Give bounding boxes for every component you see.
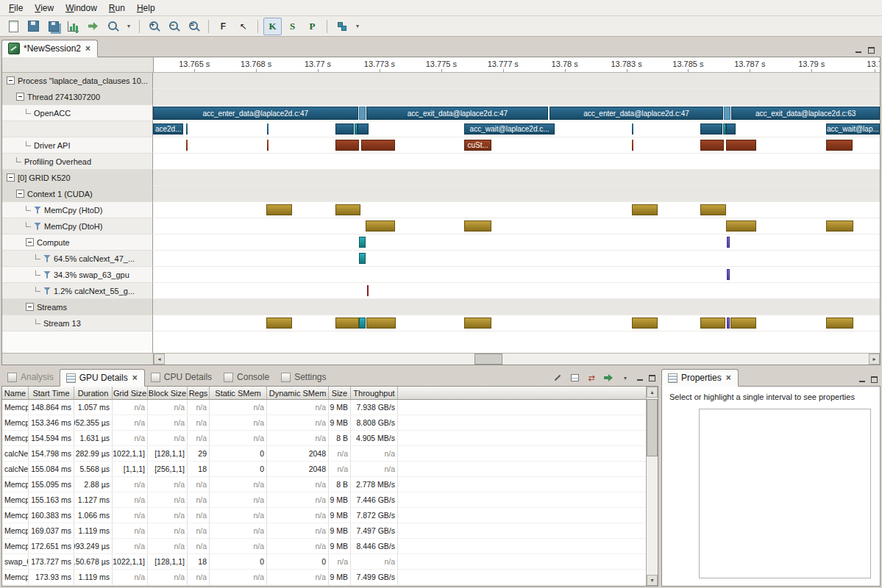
timeline-interval[interactable]: ace2d... [153,123,183,135]
zoom-in-button[interactable]: + [145,18,163,35]
timeline-interval[interactable] [358,123,369,135]
filter-icon[interactable] [34,223,41,230]
column-header-start-time[interactable]: Start Time [29,387,74,400]
table-row[interactable]: Memcpy154.594 ms1.631 µsn/an/an/an/an/a8… [2,431,646,446]
filter-icon[interactable] [43,271,51,279]
table-row[interactable]: Memcpy160.383 ms1.066 msn/an/an/an/an/a9… [2,508,646,523]
maximize-icon[interactable] [871,376,878,383]
timeline-interval[interactable] [826,318,854,329]
timeline-interval[interactable] [632,318,658,329]
scroll-down-button[interactable]: ▾ [647,575,658,586]
timeline-row-label[interactable]: Stream 13 [2,315,153,331]
sync-selection-button[interactable]: ⇄ [586,373,597,383]
timeline-track[interactable] [153,267,880,283]
timeline-interval[interactable]: cuSt... [464,140,492,151]
timeline-interval[interactable] [700,140,724,151]
timeline-interval[interactable]: acc_enter_data@laplace2d.c:47 [153,107,358,120]
zoom-out-button[interactable]: − [165,18,183,35]
timeline-interval[interactable] [266,204,292,215]
menu-view[interactable]: View [29,1,60,15]
search-analysis-button[interactable] [104,18,122,35]
timeline-interval[interactable] [632,204,658,215]
timeline-interval[interactable]: acc_exit_data@laplace2d.c:47 [366,107,548,120]
tab-console[interactable]: Console [218,368,275,386]
timeline-interval[interactable] [366,318,396,329]
timeline-track[interactable]: acc_enter_data@laplace2d.c:47acc_exit_da… [153,105,880,121]
timeline-interval[interactable] [727,237,730,248]
tab-properties[interactable]: Properties × [661,369,739,387]
time-ruler[interactable]: 13.765 s13.768 s13.77 s13.773 s13.775 s1… [154,57,880,72]
expander-icon[interactable] [26,238,34,246]
column-header-regs[interactable]: Regs [188,387,210,400]
timeline-track[interactable] [153,218,880,234]
timeline-row-label[interactable]: [0] GRID K520 [2,170,153,186]
timeline-interval[interactable] [727,269,730,280]
timeline-interval[interactable] [361,140,395,151]
table-row[interactable]: Memcpy155.095 ms2.88 µsn/an/an/an/an/a8 … [2,477,646,492]
expander-icon[interactable] [7,173,15,182]
expander-icon[interactable] [16,93,24,101]
tab-gpu-details[interactable]: GPU Details× [60,369,145,387]
expander-icon[interactable] [16,190,24,198]
filter-icon[interactable] [43,287,51,295]
timeline-row-label[interactable]: Thread 2741307200 [2,89,153,105]
run-analysis-button[interactable] [332,18,351,35]
view-menu-button[interactable]: ▾ [619,373,631,383]
close-icon[interactable]: × [132,374,138,381]
timeline-interval[interactable] [359,318,366,329]
scroll-up-button[interactable]: ▴ [647,387,658,398]
column-header-throughput[interactable]: Throughput [351,387,398,400]
timeline-row-label[interactable]: Profiling Overhead [2,154,153,170]
column-header-dynamic-smem[interactable]: Dynamic SMem [267,387,329,400]
menu-file[interactable]: File [3,1,29,15]
timeline-row-label[interactable]: Context 1 (CUDA) [2,186,153,202]
menu-window[interactable]: Window [60,1,103,15]
timeline-interval[interactable]: acc_exit_data@laplace2d.c:63 [731,107,880,120]
table-row[interactable]: Memcpy153.346 ms952.355 µsn/an/an/an/an/… [2,415,646,431]
timeline-track[interactable] [153,170,880,186]
timeline-interval[interactable] [726,140,756,151]
stream-timeline-toggle[interactable]: S [283,18,302,35]
tab-cpu-details[interactable]: CPU Details [145,368,218,386]
minimize-icon[interactable] [858,376,866,383]
timeline-track[interactable] [153,186,880,202]
timeline-row-label[interactable]: MemCpy (DtoH) [2,218,153,234]
timeline-interval[interactable] [267,140,268,151]
table-row[interactable]: Memcpy148.864 ms1.057 msn/an/an/an/an/a9… [2,400,646,415]
timeline-interval[interactable] [335,204,360,215]
vscroll-thumb[interactable] [647,399,658,456]
timeline-interval[interactable] [632,140,633,151]
profile-application-button[interactable] [64,18,82,35]
kernel-timeline-toggle[interactable]: K [263,18,282,35]
timeline-interval[interactable] [700,318,725,329]
timeline-interval[interactable] [359,107,366,120]
save-all-button[interactable] [44,18,63,35]
run-analysis-menu-button[interactable]: ▾ [352,18,363,35]
timeline-interval[interactable] [632,123,633,135]
timeline-interval[interactable] [335,123,354,135]
edit-filter-button[interactable] [552,373,563,383]
timeline-interval[interactable] [464,318,492,329]
timeline-row-label[interactable]: Process "laplace_data_clauses 10... [2,73,153,89]
timeline-interval[interactable] [335,140,359,151]
timeline-row-label[interactable]: 1.2% calcNext_55_g... [2,283,153,299]
timeline-track[interactable] [153,202,880,218]
maximize-icon[interactable] [649,375,655,381]
pointer-mode-button[interactable]: ↖ [234,18,252,35]
timeline-interval[interactable] [726,220,756,232]
timeline-track[interactable] [153,283,880,299]
timeline-track[interactable] [153,251,880,267]
expander-icon[interactable] [7,76,15,85]
timeline-interval[interactable] [700,204,726,215]
maximize-icon[interactable] [868,47,875,54]
menu-help[interactable]: Help [131,1,161,15]
save-button[interactable] [24,18,43,35]
timeline-track[interactable] [153,73,880,89]
layout-button[interactable] [569,373,580,383]
timeline-track[interactable] [153,154,880,170]
table-row[interactable]: calcNext_55_gpu155.084 ms5.568 µs[1,1,1]… [2,462,646,477]
goto-marker-button[interactable]: F [214,18,232,35]
timeline-interval[interactable] [367,285,369,296]
menu-run[interactable]: Run [103,1,131,15]
vscroll-track[interactable] [647,398,658,575]
